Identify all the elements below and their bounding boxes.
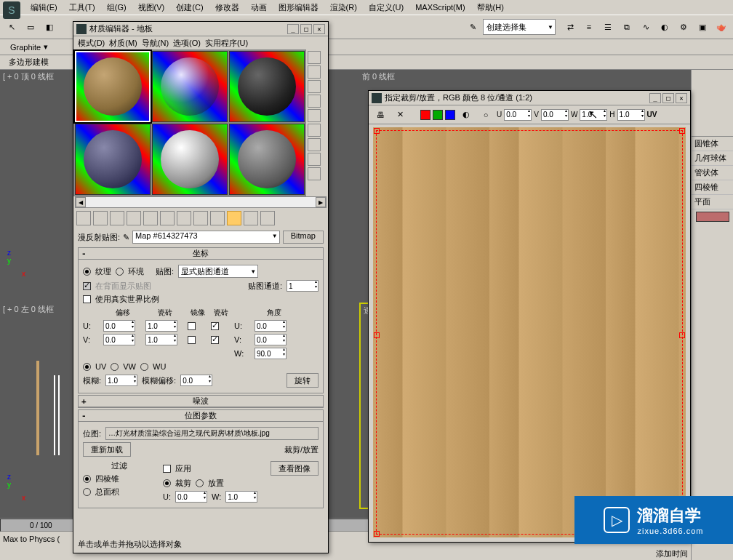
filter-sum-radio[interactable] <box>83 488 91 496</box>
selection-set-dropdown[interactable]: 创建选择集 <box>483 19 556 35</box>
select-tool-icon[interactable]: ↖ <box>3 18 20 36</box>
menu-edit[interactable]: 编辑(E) <box>25 2 63 13</box>
bitmap-path-button[interactable]: …灯光材质渲染综合运用之现代厨房\材质\地板.jpg <box>105 427 319 440</box>
select-by-mat-icon[interactable] <box>308 153 321 166</box>
green-channel-button[interactable] <box>433 110 443 120</box>
crop-w-field[interactable]: 1.0 <box>580 109 607 121</box>
mat-menu-options[interactable]: 选项(O) <box>172 38 202 49</box>
menu-render[interactable]: 渲染(R) <box>324 2 363 13</box>
mat-slot-3[interactable] <box>229 51 305 122</box>
menu-anim[interactable]: 动画 <box>245 2 273 13</box>
poly-modeling-label[interactable]: 多边形建模 <box>9 57 49 68</box>
sample-type-icon[interactable] <box>308 51 321 64</box>
window-cross-icon[interactable]: ◧ <box>41 18 58 36</box>
menu-view[interactable]: 视图(V) <box>132 2 171 13</box>
scroll-right-icon[interactable]: ▶ <box>316 197 326 207</box>
mat-menu-nav[interactable]: 导航(N) <box>140 38 170 49</box>
menu-create[interactable]: 创建(C) <box>170 2 209 13</box>
menu-graph[interactable]: 图形编辑器 <box>273 2 324 13</box>
crop-handle-bl[interactable] <box>374 531 380 537</box>
curve-editor-icon[interactable]: ∿ <box>637 18 654 36</box>
map-channel-spinner[interactable]: 1 <box>287 280 319 292</box>
alpha-icon[interactable]: ◐ <box>457 106 475 124</box>
crop-radio[interactable] <box>163 479 171 487</box>
texture-radio[interactable] <box>83 268 91 276</box>
schematic-icon[interactable]: ⧉ <box>618 18 636 36</box>
menu-maxscript[interactable]: MAXScript(M) <box>409 3 470 12</box>
video-color-icon[interactable] <box>308 109 321 122</box>
background-icon[interactable] <box>308 80 321 93</box>
blur-spinner[interactable]: 1.0 <box>105 375 137 386</box>
mat-menu-mode[interactable]: 模式(D) <box>76 38 106 49</box>
render-frame-icon[interactable]: ▣ <box>694 18 711 36</box>
close-button[interactable]: ✕ <box>313 24 325 34</box>
mat-menu-util[interactable]: 实用程序(U) <box>204 38 249 49</box>
make-preview-icon[interactable] <box>308 124 321 137</box>
menu-tools[interactable]: 工具(T) <box>63 2 101 13</box>
crop-minimize-button[interactable]: _ <box>649 93 661 103</box>
print-icon[interactable]: 🖶 <box>372 106 389 124</box>
mat-slot-2[interactable] <box>152 51 228 122</box>
blue-channel-button[interactable] <box>445 110 455 120</box>
vw-radio[interactable] <box>111 363 119 371</box>
put-to-scene-icon[interactable] <box>93 211 108 225</box>
crop-h-field[interactable]: 1.0 <box>617 109 645 121</box>
show-end-result-icon[interactable] <box>227 211 241 225</box>
mirror-icon[interactable]: ⇄ <box>561 18 579 36</box>
rotate-button[interactable]: 旋转 <box>287 373 319 388</box>
crop-handle-l[interactable] <box>374 332 380 338</box>
red-channel-button[interactable] <box>420 110 430 120</box>
crop-handle-r[interactable] <box>679 332 685 338</box>
make-copy-icon[interactable] <box>143 211 158 225</box>
put-to-lib-icon[interactable] <box>177 211 191 225</box>
uv-radio[interactable] <box>83 363 91 371</box>
mat-slot-5[interactable] <box>152 124 228 195</box>
cmd-geosphere[interactable]: 几何球体 <box>692 151 733 166</box>
mat-id-icon[interactable] <box>193 211 208 225</box>
backlight-icon[interactable] <box>308 65 321 79</box>
maximize-button[interactable]: □ <box>300 24 312 34</box>
brush-icon[interactable]: ✎ <box>464 18 481 36</box>
mapping-dropdown[interactable]: 显式贴图通道 <box>178 265 258 278</box>
reset-icon[interactable] <box>127 211 141 225</box>
map-type-button[interactable]: Bitmap <box>283 231 324 244</box>
align-icon[interactable]: ≡ <box>580 18 598 36</box>
u-tile-checkbox[interactable] <box>211 322 219 330</box>
crop-maximize-button[interactable]: □ <box>662 93 674 103</box>
wu-radio[interactable] <box>140 363 148 371</box>
go-parent-icon[interactable] <box>244 211 258 225</box>
get-material-icon[interactable] <box>76 211 91 225</box>
u-tile-spinner[interactable]: 1.0 <box>145 320 177 332</box>
bitmap-rollout-header[interactable]: 位图参数 <box>79 410 323 422</box>
render-setup-icon[interactable]: ⚙ <box>675 18 692 36</box>
u-angle-spinner[interactable]: 0.0 <box>255 320 287 332</box>
cmd-pyramid[interactable]: 四棱锥 <box>692 180 733 195</box>
v-offset-spinner[interactable]: 0.0 <box>103 334 135 345</box>
crop-u-field[interactable]: 0.0 <box>504 109 532 121</box>
mono-icon[interactable]: ○ <box>477 106 494 124</box>
v-angle-spinner[interactable]: 0.0 <box>255 334 287 345</box>
clear-icon[interactable]: ✕ <box>391 106 409 124</box>
blur-offset-spinner[interactable]: 0.0 <box>180 375 212 386</box>
rect-select-icon[interactable]: ▭ <box>22 18 39 36</box>
color-swatch[interactable] <box>696 212 729 222</box>
place-radio[interactable] <box>196 479 204 487</box>
menu-custom[interactable]: 自定义(U) <box>363 2 409 13</box>
cmd-plane[interactable]: 平面 <box>692 195 733 209</box>
layers-icon[interactable]: ☰ <box>599 18 617 36</box>
coords-rollout-header[interactable]: 坐标 <box>79 248 323 260</box>
cmd-tube[interactable]: 管状体 <box>692 166 733 180</box>
render-icon[interactable]: 🫖 <box>713 18 730 36</box>
crop-handle-tl[interactable] <box>374 128 380 134</box>
material-editor-icon[interactable]: ◐ <box>656 18 673 36</box>
apply-checkbox[interactable] <box>163 465 171 473</box>
menu-modifier[interactable]: 修改器 <box>209 2 245 13</box>
make-unique-icon[interactable] <box>160 211 175 225</box>
crop-close-button[interactable]: ✕ <box>676 93 687 103</box>
mat-map-nav-icon[interactable] <box>308 167 321 180</box>
show-map-icon[interactable] <box>210 211 225 225</box>
w-angle-spinner[interactable]: 90.0 <box>255 348 287 359</box>
crop-canvas[interactable] <box>373 127 686 537</box>
crop-rectangle[interactable] <box>376 130 683 535</box>
v-mirror-checkbox[interactable] <box>188 336 196 344</box>
